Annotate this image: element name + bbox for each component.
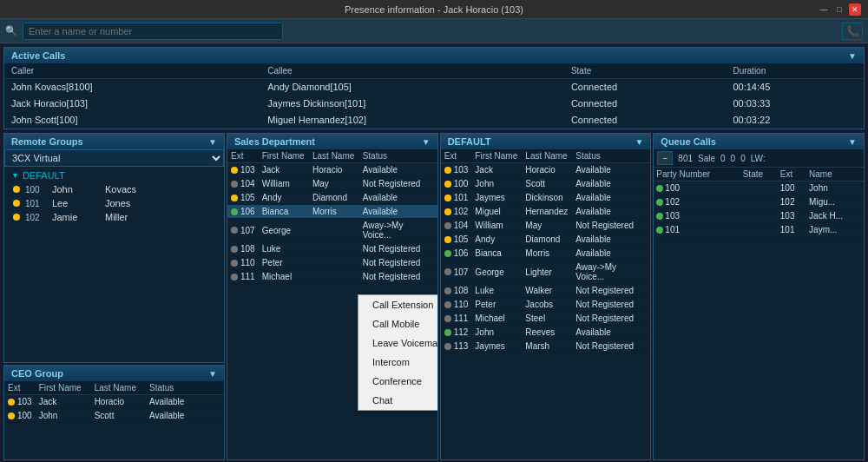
queue-party-cell: 103 — [654, 209, 740, 223]
queue-state-header: State — [740, 168, 778, 182]
status-dot — [656, 185, 663, 192]
queue-name-cell: Jaym... — [806, 223, 864, 237]
default-panel-header: DEFAULT — [448, 136, 491, 147]
def-lname-cell: Scott — [522, 177, 572, 191]
status-dot — [444, 301, 451, 308]
sales-lname-cell — [309, 219, 359, 242]
def-lname-cell: Dickinson — [522, 191, 572, 205]
def-fname-cell: Peter — [471, 298, 522, 312]
duration-cell: 00:14:45 — [726, 79, 864, 96]
queue-row[interactable]: 101 101 Jaym... — [654, 223, 864, 237]
default-contact-row[interactable]: 112 John Reeves Available — [441, 326, 651, 340]
queue-info-row: − 801 Sale 0 0 0 LW: — [654, 149, 864, 168]
active-call-row[interactable]: John Kovacs[8100] Andy Diamond[105] Conn… — [4, 79, 864, 96]
active-calls-section: Active Calls ▼ Caller Callee State Durat… — [3, 47, 865, 129]
context-menu-item-call-mobile[interactable]: Call Mobile — [358, 314, 438, 333]
default-contact-row[interactable]: 108 Luke Walker Not Registered — [441, 284, 651, 298]
def-status-cell: Not Registered — [572, 298, 650, 312]
minimize-button[interactable]: — — [818, 3, 830, 16]
duration-col-header: Duration — [726, 63, 864, 79]
status-dot — [231, 195, 238, 201]
status-dot — [444, 287, 451, 294]
default-contact-row[interactable]: 110 Peter Jacobs Not Registered — [441, 298, 651, 312]
remote-groups-dropdown[interactable]: 3CX Virtual — [4, 149, 224, 167]
sales-contact-row[interactable]: 104 William May Not Registered — [227, 177, 437, 191]
def-status-cell: Available — [572, 191, 650, 205]
sales-contact-row[interactable]: 105 Andy Diamond Available — [227, 191, 437, 205]
default-contact-row[interactable]: 104 William May Not Registered — [441, 219, 651, 233]
active-calls-chevron[interactable]: ▼ — [848, 51, 857, 61]
phone-button[interactable]: 📞 — [842, 23, 863, 40]
status-dot — [444, 167, 451, 174]
remote-contact-row[interactable]: 102 Jamie Miller — [6, 210, 222, 224]
contact-lname: Kovacs — [105, 184, 215, 195]
context-menu-item-leave-voicemail[interactable]: Leave Voicemail — [358, 333, 438, 353]
state-cell: Connected — [564, 112, 727, 129]
maximize-button[interactable]: □ — [833, 3, 845, 16]
contact-fname: John — [52, 184, 100, 195]
queue-lw: LW: — [751, 154, 766, 163]
status-dot — [231, 227, 238, 234]
close-button[interactable]: ✕ — [849, 3, 861, 16]
default-contact-row[interactable]: 113 Jaymes Marsh Not Registered — [441, 340, 651, 353]
sales-contact-row[interactable]: 106 Bianca Morris Available — [227, 205, 437, 219]
queue-party-cell: 100 — [654, 182, 740, 195]
sales-status-cell: Not Registered — [359, 270, 437, 284]
sales-status-header: Status — [359, 149, 437, 163]
sales-contact-row[interactable]: 111 Michael Not Registered — [227, 270, 437, 284]
sales-ext-cell: 110 — [227, 256, 259, 270]
def-ext-cell: 113 — [441, 340, 472, 353]
ceo-ext-header: Ext — [4, 381, 36, 395]
ceo-contact-row[interactable]: 100 John Scott Available — [4, 409, 224, 423]
sales-contact-row[interactable]: 103 Jack Horacio Available — [227, 163, 437, 177]
default-contact-row[interactable]: 100 John Scott Available — [441, 177, 651, 191]
queue-row[interactable]: 103 103 Jack H... — [654, 209, 864, 223]
def-fname-header: First Name — [471, 149, 522, 163]
default-contact-row[interactable]: 107 George Lighter Away->My Voice... — [441, 261, 651, 284]
queue-state-cell — [740, 209, 778, 223]
default-contact-row[interactable]: 101 Jaymes Dickinson Available — [441, 191, 651, 205]
sales-lname-cell — [309, 256, 359, 270]
sales-dept-chevron[interactable]: ▼ — [422, 137, 431, 147]
remote-groups-chevron[interactable]: ▼ — [208, 137, 217, 147]
def-lname-cell: Reeves — [522, 326, 572, 340]
def-status-cell: Not Registered — [572, 219, 650, 233]
ceo-contact-row[interactable]: 103 Jack Horacio Available — [4, 395, 224, 409]
sales-fname-cell: Bianca — [259, 205, 309, 219]
search-input[interactable] — [23, 23, 283, 40]
context-menu-item-conference[interactable]: Conference — [358, 372, 438, 391]
sales-fname-cell: Luke — [259, 242, 309, 256]
default-contact-row[interactable]: 102 Miguel Hernandez Available — [441, 205, 651, 219]
context-menu-item-intercom[interactable]: Intercom — [358, 353, 438, 372]
default-contact-row[interactable]: 105 Andy Diamond Available — [441, 233, 651, 247]
sales-ext-cell: 111 — [227, 270, 259, 284]
active-call-row[interactable]: John Scott[100] Miguel Hernandez[102] Co… — [4, 112, 864, 129]
default-panel-chevron[interactable]: ▼ — [635, 137, 643, 147]
active-call-row[interactable]: Jack Horacio[103] Jaymes Dickinson[101] … — [4, 96, 864, 112]
queue-minus-button[interactable]: − — [657, 151, 673, 165]
default-contact-row[interactable]: 103 Jack Horacio Available — [441, 163, 651, 177]
context-menu-item-call-extension[interactable]: Call Extension — [358, 295, 438, 314]
sales-contact-row[interactable]: 110 Peter Not Registered — [227, 256, 437, 270]
sales-ext-cell: 106 — [227, 205, 259, 219]
sales-contact-row[interactable]: 107 George Away->My Voice... — [227, 219, 437, 242]
sales-fname-cell: Jack — [259, 163, 309, 177]
ceo-group-chevron[interactable]: ▼ — [208, 369, 217, 379]
queue-row[interactable]: 102 102 Migu... — [654, 195, 864, 209]
queue-calls-chevron[interactable]: ▼ — [848, 137, 857, 147]
def-lname-cell: Jacobs — [522, 298, 572, 312]
remote-contact-row[interactable]: 101 Lee Jones — [6, 196, 222, 210]
remote-contact-row[interactable]: 100 John Kovacs — [6, 182, 222, 196]
default-contact-row[interactable]: 111 Michael Steel Not Registered — [441, 312, 651, 326]
default-contact-row[interactable]: 106 Bianca Morris Available — [441, 247, 651, 261]
status-dot — [444, 329, 451, 336]
queue-calls-header: Queue Calls — [661, 136, 716, 147]
status-dot — [13, 186, 20, 193]
queue-row[interactable]: 100 100 John — [654, 182, 864, 195]
queue-ext-header: Ext — [778, 168, 806, 182]
sales-contact-row[interactable]: 108 Luke Not Registered — [227, 242, 437, 256]
def-ext-cell: 107 — [441, 261, 472, 284]
context-menu-item-chat[interactable]: Chat — [358, 391, 438, 410]
def-ext-cell: 103 — [441, 163, 472, 177]
queue-party-header: Party Number — [654, 168, 740, 182]
